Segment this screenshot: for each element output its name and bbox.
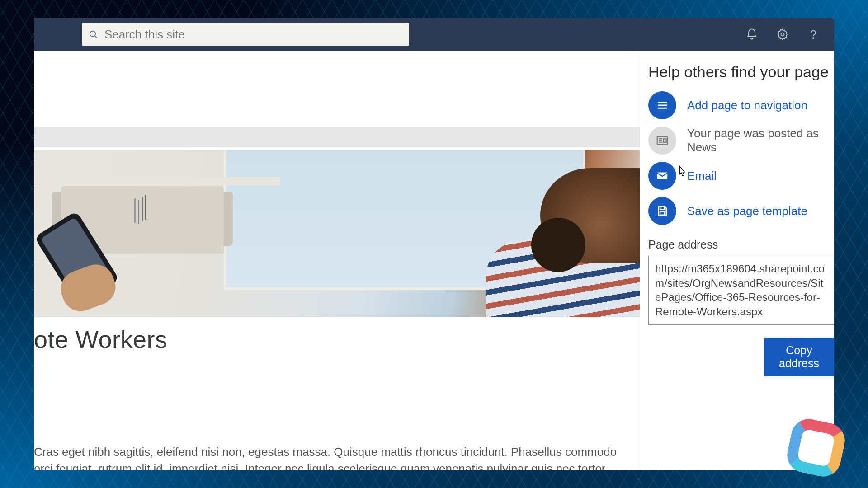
- panel-title: Help others find your page: [646, 63, 834, 81]
- hero-image: [34, 150, 640, 317]
- email-label: Email: [687, 169, 717, 183]
- search-input[interactable]: [104, 28, 402, 42]
- mail-icon: [648, 162, 676, 190]
- email-action[interactable]: Email: [646, 161, 834, 190]
- question-icon: [807, 28, 820, 41]
- svg-point-2: [781, 33, 784, 36]
- svg-point-0: [90, 31, 95, 37]
- hero-divider: [34, 127, 640, 147]
- posted-as-news-label: Your page was posted as News: [687, 127, 834, 155]
- save-template-action[interactable]: Save as page template: [646, 197, 834, 225]
- page-title: ote Workers: [34, 325, 168, 353]
- hamburger-icon: [648, 91, 676, 119]
- notifications-button[interactable]: [739, 22, 764, 47]
- save-template-label: Save as page template: [687, 204, 807, 218]
- add-to-navigation-action[interactable]: Add page to navigation: [646, 91, 834, 120]
- help-others-panel: Help others find your page Add page to n…: [640, 51, 834, 470]
- svg-point-3: [813, 38, 814, 38]
- content-row: ote Workers Cras eget nibh sagittis, ele…: [34, 51, 834, 470]
- gear-icon: [776, 28, 789, 41]
- svg-rect-11: [664, 139, 666, 142]
- news-icon: [648, 127, 676, 155]
- page-canvas: ote Workers Cras eget nibh sagittis, ele…: [34, 51, 640, 470]
- search-box[interactable]: [82, 23, 409, 46]
- search-icon: [89, 29, 98, 39]
- watermark-logo: [778, 414, 854, 482]
- posted-as-news-row: Your page was posted as News: [646, 126, 834, 155]
- page-address-field[interactable]: https://m365x189604.sharepoint.com/sites…: [648, 256, 834, 325]
- copy-address-button[interactable]: Copy address: [764, 338, 834, 376]
- page-address-label: Page address: [646, 238, 834, 251]
- help-button[interactable]: [801, 22, 826, 47]
- bell-icon: [745, 28, 758, 41]
- add-to-navigation-label: Add page to navigation: [687, 99, 807, 113]
- app-window: ote Workers Cras eget nibh sagittis, ele…: [34, 18, 834, 470]
- svg-rect-14: [660, 211, 665, 215]
- suite-header: [34, 18, 834, 51]
- settings-button[interactable]: [770, 22, 795, 47]
- svg-rect-13: [660, 206, 665, 209]
- svg-line-1: [95, 36, 97, 38]
- page-body-text: Cras eget nibh sagittis, eleifend nisi n…: [34, 444, 622, 470]
- save-icon: [648, 197, 676, 225]
